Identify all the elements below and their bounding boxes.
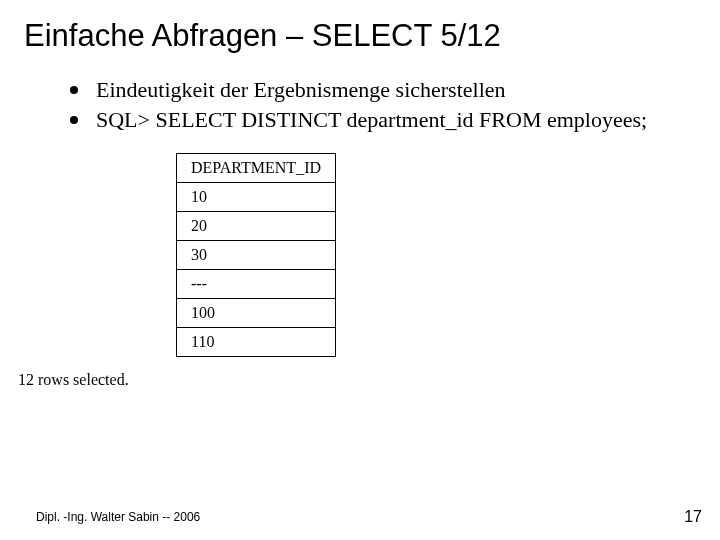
list-item: Eindeutigkeit der Ergebnismenge sicherst… xyxy=(70,76,720,104)
bullet-icon xyxy=(70,86,78,94)
bullet-text: Eindeutigkeit der Ergebnismenge sicherst… xyxy=(96,76,506,104)
bullet-text: SQL> SELECT DISTINCT department_id FROM … xyxy=(96,106,647,134)
page-title: Einfache Abfragen – SELECT 5/12 xyxy=(0,0,720,54)
bullet-list: Eindeutigkeit der Ergebnismenge sicherst… xyxy=(70,76,720,133)
bullet-icon xyxy=(70,116,78,124)
result-table: DEPARTMENT_ID 10 20 30 --- 100 110 xyxy=(176,153,720,357)
footer-author: Dipl. -Ing. Walter Sabin -- 2006 xyxy=(36,510,200,524)
table-cell: 110 xyxy=(177,328,336,357)
table-cell: 30 xyxy=(177,241,336,270)
table-cell: 20 xyxy=(177,212,336,241)
table-cell: 10 xyxy=(177,183,336,212)
list-item: SQL> SELECT DISTINCT department_id FROM … xyxy=(70,106,720,134)
page-number: 17 xyxy=(684,508,702,526)
table-cell: --- xyxy=(177,270,336,299)
table-header: DEPARTMENT_ID xyxy=(177,154,336,183)
table-cell: 100 xyxy=(177,299,336,328)
row-count-text: 12 rows selected. xyxy=(18,371,720,389)
